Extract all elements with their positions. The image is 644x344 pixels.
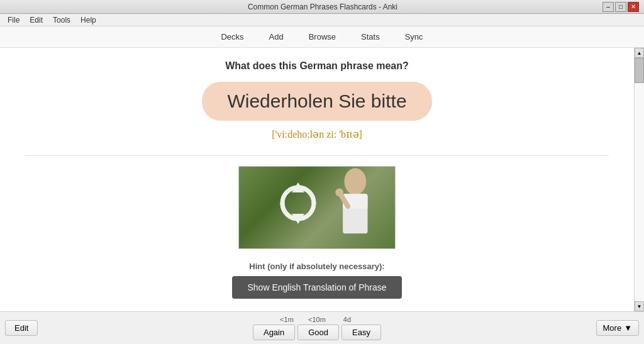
browse-button[interactable]: Browse (301, 30, 343, 44)
phrase-box: Wiederholen Sie bitte (202, 82, 431, 121)
scrollbar-track[interactable] (635, 58, 644, 301)
menu-edit[interactable]: Edit (25, 14, 48, 26)
bottom-left: Edit (5, 320, 38, 336)
stats-button[interactable]: Stats (353, 30, 387, 44)
again-button[interactable]: Again (253, 325, 295, 340)
main-wrapper: What does this German phrase mean? Wiede… (0, 48, 644, 311)
bottom-bar: Edit <1m <10m 4d Again Good Easy More ▼ (0, 311, 644, 344)
svg-point-4 (335, 189, 343, 197)
divider (25, 155, 609, 156)
edit-button[interactable]: Edit (5, 320, 38, 336)
titlebar: Common German Phrases Flashcards - Anki … (0, 0, 644, 14)
scrollbar: ▲ ▼ (634, 48, 644, 311)
timing-again: <1m (274, 316, 299, 323)
menubar: File Edit Tools Help (0, 14, 644, 26)
more-button[interactable]: More ▼ (596, 320, 640, 336)
add-button[interactable]: Add (262, 30, 291, 44)
good-button[interactable]: Good (297, 325, 339, 340)
bottom-right: More ▼ (596, 320, 640, 336)
close-button[interactable]: ✕ (628, 2, 639, 12)
sync-button[interactable]: Sync (397, 30, 431, 44)
question-text: What does this German phrase mean? (225, 60, 409, 72)
easy-button[interactable]: Easy (341, 325, 381, 340)
card-image (238, 166, 396, 249)
timing-row: <1m <10m 4d (274, 316, 360, 323)
answer-buttons: Again Good Easy (253, 325, 381, 340)
menu-file[interactable]: File (3, 14, 25, 26)
svg-point-0 (344, 168, 366, 195)
scrollbar-thumb[interactable] (635, 58, 644, 83)
timing-good: <10m (304, 316, 330, 323)
toolbar: Decks Add Browse Stats Sync (0, 26, 644, 48)
minimize-button[interactable]: – (602, 2, 614, 12)
phonetic-text: ['vi:deho:lən zi: 'bɪtə] (272, 128, 362, 140)
menu-tools[interactable]: Tools (48, 14, 75, 26)
sync-icon (276, 181, 320, 234)
content-area: What does this German phrase mean? Wiede… (0, 48, 634, 311)
answer-section: <1m <10m 4d Again Good Easy (253, 316, 381, 340)
more-chevron-icon: ▼ (624, 323, 632, 333)
show-translation-button[interactable]: Show English Translation of Phrase (232, 276, 401, 299)
scroll-down-button[interactable]: ▼ (635, 301, 644, 311)
scroll-up-button[interactable]: ▲ (635, 48, 644, 58)
hint-label: Hint (only if absolutely necessary): (249, 262, 384, 271)
titlebar-title: Common German Phrases Flashcards - Anki (43, 3, 602, 11)
decks-button[interactable]: Decks (213, 30, 251, 44)
maximize-button[interactable]: □ (615, 2, 626, 12)
menu-help[interactable]: Help (75, 14, 101, 26)
timing-easy: 4d (335, 316, 360, 323)
titlebar-controls: – □ ✕ (602, 2, 639, 12)
